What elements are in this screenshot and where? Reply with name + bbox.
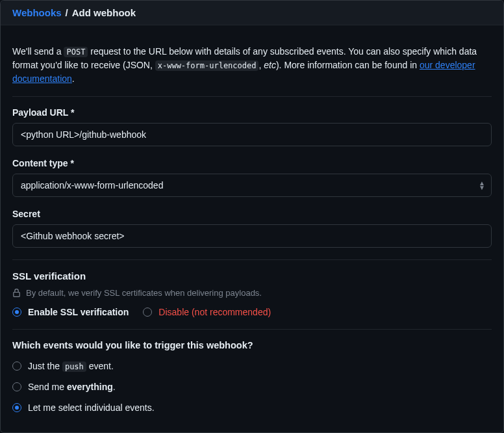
secret-label: Secret (12, 209, 492, 219)
ssl-heading: SSL verification (12, 270, 492, 282)
events-everything-radio[interactable] (12, 382, 21, 391)
intro-text: We'll send a POST request to the URL bel… (12, 45, 492, 86)
events-everything-post: . (113, 382, 116, 392)
ssl-disable-note: (not recommended) (192, 307, 271, 317)
ssl-disable-option[interactable]: Disable (not recommended) (143, 307, 271, 317)
events-everything-pre: Send me (28, 382, 67, 392)
http-method-code: POST (64, 47, 88, 57)
divider (12, 259, 492, 260)
payload-url-label: Payload URL * (12, 107, 492, 118)
events-individual-option[interactable]: Let me select individual events. (12, 402, 492, 413)
content-type-field: Content type * application/x-www-form-ur… (12, 158, 492, 197)
lock-icon (12, 288, 21, 298)
secret-input[interactable] (12, 224, 492, 248)
ssl-enable-option[interactable]: Enable SSL verification (12, 307, 129, 317)
events-individual-label: Let me select individual events. (28, 402, 155, 413)
events-radio-group: Just the push event. Send me everything.… (12, 361, 492, 413)
ssl-disable-label: Disable (158, 307, 192, 317)
ssl-disable-radio[interactable] (143, 308, 152, 317)
secret-field: Secret (12, 209, 492, 248)
divider (12, 96, 492, 97)
panel-header: Webhooks / Add webhook (1, 1, 503, 25)
events-question: Which events would you like to trigger t… (12, 340, 492, 350)
breadcrumb-leaf: Add webhook (72, 7, 136, 18)
panel-body: We'll send a POST request to the URL bel… (1, 25, 503, 413)
payload-url-field: Payload URL * (12, 107, 492, 146)
events-push-code: push (62, 361, 86, 372)
divider (12, 329, 492, 330)
intro-period: . (72, 73, 75, 84)
intro-post: ). More information can be found in (276, 60, 420, 70)
ssl-radio-group: Enable SSL verification Disable (not rec… (12, 307, 492, 317)
events-push-post: event. (86, 361, 114, 371)
events-push-pre: Just the (28, 361, 62, 371)
intro-pre: We'll send a (12, 46, 64, 57)
ssl-enable-radio[interactable] (12, 308, 21, 317)
breadcrumb-separator: / (66, 7, 68, 18)
breadcrumb-root[interactable]: Webhooks (12, 7, 62, 18)
content-type-select[interactable]: application/x-www-form-urlencoded (12, 174, 492, 197)
content-type-label: Content type * (12, 158, 492, 168)
webhook-settings-panel: Webhooks / Add webhook We'll send a POST… (0, 0, 504, 433)
intro-etc: etc (264, 60, 276, 70)
events-everything-strong: everything (67, 382, 113, 392)
events-push-radio[interactable] (12, 361, 21, 371)
ssl-enable-label: Enable SSL verification (28, 307, 129, 317)
ssl-note: By default, we verify SSL certificates w… (12, 288, 492, 298)
payload-url-input[interactable] (12, 123, 492, 146)
breadcrumb: Webhooks / Add webhook (12, 7, 492, 18)
ssl-note-text: By default, we verify SSL certificates w… (26, 288, 262, 298)
events-push-option[interactable]: Just the push event. (12, 361, 492, 371)
events-everything-option[interactable]: Send me everything. (12, 382, 492, 392)
events-individual-radio[interactable] (12, 403, 21, 412)
content-type-code: x-www-form-urlencoded (155, 60, 259, 71)
